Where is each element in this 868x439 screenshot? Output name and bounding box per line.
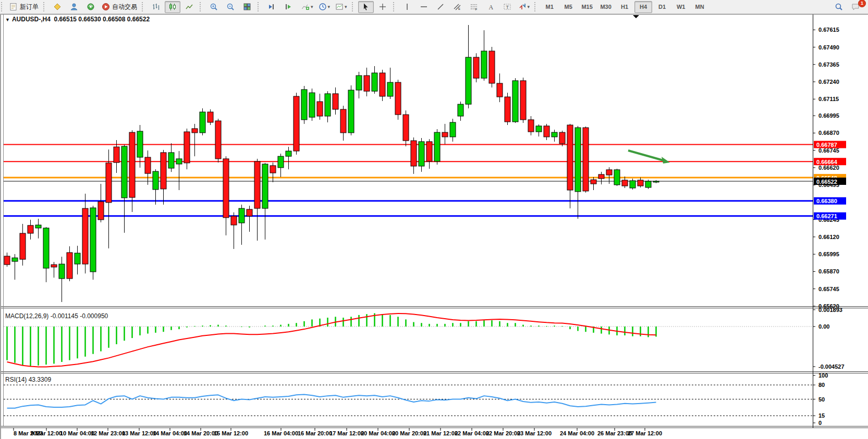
candle[interactable] bbox=[505, 93, 510, 125]
rsi-label: RSI(14) 43.3309 bbox=[5, 376, 51, 383]
zoom-out-button[interactable] bbox=[223, 1, 238, 13]
candle[interactable] bbox=[348, 85, 354, 135]
time-axis-label: 17 Mar 12:00 bbox=[329, 430, 364, 436]
rsi-axis-label: 100 bbox=[818, 372, 828, 379]
time-axis-label: 12 Mar 23:00 bbox=[91, 430, 125, 436]
macd-label: MACD(12,26,9) -0.001145 -0.000950 bbox=[5, 312, 108, 320]
time-axis-label: 13 Mar 12:00 bbox=[122, 430, 156, 436]
svg-text:T: T bbox=[506, 5, 509, 10]
crosshair-icon bbox=[378, 3, 387, 11]
autotrading-icon bbox=[102, 3, 110, 11]
tile-windows-button[interactable] bbox=[239, 1, 255, 13]
macd-axis-label: 0.00 bbox=[818, 323, 829, 330]
price-axis-label: 0.65995 bbox=[818, 251, 839, 257]
chevron-down-icon: ▾ bbox=[328, 4, 331, 9]
price-badge: 0.66522 bbox=[814, 178, 846, 185]
symbol-title: ▼AUDUSD-,H4 0.66515 0.66530 0.66508 0.66… bbox=[5, 16, 150, 23]
candle[interactable] bbox=[520, 78, 526, 123]
search-button[interactable] bbox=[831, 1, 847, 13]
candlestick-chart-button[interactable] bbox=[165, 1, 180, 13]
candle[interactable] bbox=[614, 169, 620, 186]
arrows-button[interactable]: ▾ bbox=[516, 1, 532, 13]
scroll-to-end-button[interactable] bbox=[264, 1, 279, 13]
chevron-down-icon: ▾ bbox=[528, 4, 530, 9]
line-chart-icon bbox=[185, 3, 193, 11]
autotrading-label: 自动交易 bbox=[112, 3, 137, 11]
candle[interactable] bbox=[395, 80, 401, 120]
equidistant-channel-button[interactable]: E bbox=[449, 1, 465, 13]
price-axis-label: 0.66120 bbox=[818, 234, 839, 240]
chart-canvas[interactable]: 0.676150.674900.673650.672400.671150.669… bbox=[1, 14, 868, 439]
candle[interactable] bbox=[309, 89, 315, 121]
mql-community-button[interactable] bbox=[66, 1, 82, 13]
time-axis-label: 14 Mar 20:00 bbox=[184, 430, 218, 436]
time-axis-label: 10 Mar 04:00 bbox=[60, 430, 94, 436]
timeframe-m5-button[interactable]: M5 bbox=[559, 1, 577, 13]
candle[interactable] bbox=[301, 86, 307, 124]
add-indicator-icon bbox=[301, 3, 310, 11]
macd-axis-label: 0.001893 bbox=[818, 307, 842, 313]
candle[interactable] bbox=[489, 47, 495, 87]
bar-chart-button[interactable] bbox=[148, 1, 164, 13]
time-axis-label: 16 Mar 20:00 bbox=[298, 430, 332, 436]
candle[interactable] bbox=[473, 53, 479, 82]
timeframe-w1-button[interactable]: W1 bbox=[672, 1, 690, 13]
horizontal-line-button[interactable] bbox=[416, 1, 432, 13]
trendline-button[interactable] bbox=[433, 1, 448, 13]
chevron-down-icon: ▾ bbox=[345, 4, 347, 9]
candle[interactable] bbox=[215, 119, 221, 162]
symbol-ohlc: 0.66515 0.66530 0.66508 0.66522 bbox=[54, 16, 150, 23]
price-axis-label: 0.67115 bbox=[818, 96, 839, 102]
candle[interactable] bbox=[434, 129, 440, 165]
alert-count-badge: 1 bbox=[858, 0, 866, 7]
channel-icon: E bbox=[453, 3, 461, 11]
price-axis-label: 0.65745 bbox=[818, 286, 839, 292]
candle[interactable] bbox=[294, 93, 299, 155]
timeframe-m1-button[interactable]: M1 bbox=[541, 1, 558, 13]
price-axis-label: 0.66870 bbox=[818, 130, 839, 136]
timeframe-m30-button[interactable]: M30 bbox=[597, 1, 615, 13]
svg-text:F: F bbox=[475, 8, 477, 11]
signals-button[interactable] bbox=[83, 1, 99, 13]
candle[interactable] bbox=[645, 180, 651, 189]
templates-button[interactable]: ▾ bbox=[333, 1, 349, 13]
fibonacci-button[interactable]: F bbox=[466, 1, 482, 13]
price-axis-label: 0.67365 bbox=[818, 61, 839, 68]
chart-window[interactable]: ▼AUDUSD-,H4 0.66515 0.66530 0.66508 0.66… bbox=[0, 14, 868, 439]
candle[interactable] bbox=[90, 206, 96, 280]
vertical-line-button[interactable] bbox=[399, 1, 415, 13]
line-chart-button[interactable] bbox=[181, 1, 197, 13]
text-button[interactable]: A bbox=[483, 1, 498, 13]
expert-advisors-button[interactable] bbox=[50, 1, 65, 13]
rsi-axis-label: 0 bbox=[818, 420, 822, 426]
autotrading-button[interactable]: 自动交易 bbox=[100, 1, 139, 13]
cursor-button[interactable] bbox=[358, 1, 374, 13]
candlestick-icon bbox=[168, 3, 177, 11]
community-icon bbox=[70, 3, 78, 11]
crosshair-button[interactable] bbox=[375, 1, 390, 13]
zoom-in-icon bbox=[210, 3, 218, 11]
zoom-in-button[interactable] bbox=[206, 1, 222, 13]
new-order-button[interactable]: 新订单 bbox=[7, 1, 41, 13]
timeframe-d1-button[interactable]: D1 bbox=[653, 1, 671, 13]
time-axis-label: 22 Mar 04:00 bbox=[455, 430, 489, 436]
chart-shift-button[interactable] bbox=[280, 1, 296, 13]
timeframe-mn-button[interactable]: MN bbox=[691, 1, 708, 13]
text-label-button[interactable]: T bbox=[499, 1, 515, 13]
candle[interactable] bbox=[583, 127, 589, 193]
candle[interactable] bbox=[200, 108, 205, 135]
periods-button[interactable]: ▾ bbox=[316, 1, 333, 13]
price-badge: 0.66664 bbox=[814, 158, 846, 165]
symbol-name: AUDUSD-,H4 bbox=[12, 16, 51, 23]
time-axis-label: 23 Mar 12:00 bbox=[517, 430, 552, 436]
timeframe-h4-button[interactable]: H4 bbox=[634, 1, 652, 13]
symbol-dropdown-icon[interactable]: ▼ bbox=[5, 17, 10, 22]
timeframe-h1-button[interactable]: H1 bbox=[616, 1, 633, 13]
candle[interactable] bbox=[380, 70, 385, 101]
timeframe-m15-button[interactable]: M15 bbox=[578, 1, 596, 13]
new-order-icon bbox=[9, 3, 18, 11]
alerts-button[interactable]: 1 bbox=[848, 1, 863, 13]
candle[interactable] bbox=[512, 78, 518, 123]
rsi-axis-label: 80 bbox=[818, 382, 825, 388]
indicators-button[interactable]: ▾ bbox=[299, 1, 315, 13]
